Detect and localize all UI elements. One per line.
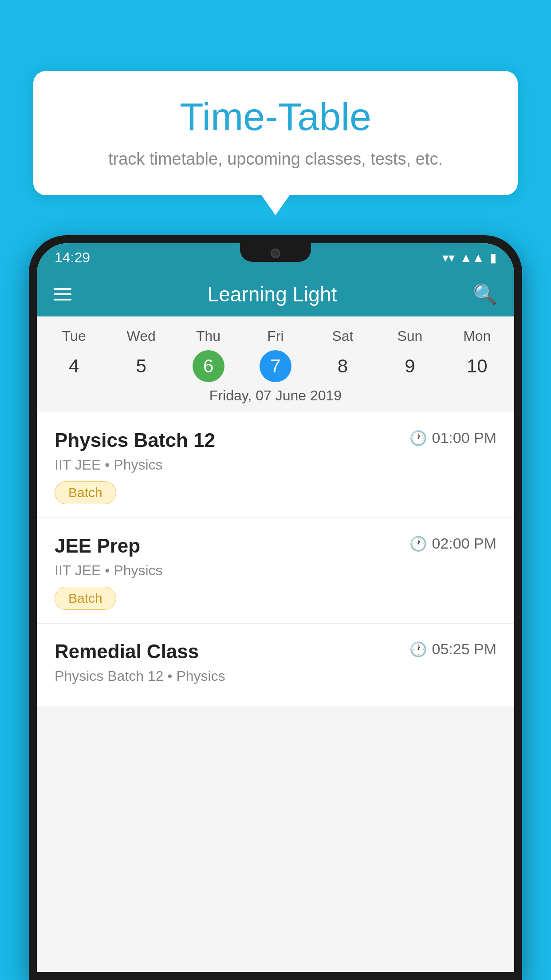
day-10[interactable]: 10 — [444, 350, 511, 382]
day-label-wed: Wed — [107, 324, 174, 348]
day-label-mon: Mon — [444, 324, 511, 348]
class-item-header-2: Remedial Class 🕐 05:25 PM — [55, 640, 496, 663]
tooltip-title: Time-Table — [60, 95, 491, 138]
battery-icon: ▮ — [490, 250, 496, 265]
clock-icon-1: 🕐 — [409, 535, 427, 552]
app-title: Learning Light — [85, 282, 460, 306]
search-icon[interactable]: 🔍 — [473, 283, 497, 306]
class-time-2: 🕐 05:25 PM — [409, 640, 496, 658]
day-4[interactable]: 4 — [40, 350, 107, 382]
class-name-2: Remedial Class — [55, 640, 199, 663]
hamburger-icon[interactable] — [54, 288, 71, 300]
class-meta-0: IIT JEE • Physics — [55, 457, 496, 473]
day-8[interactable]: 8 — [309, 350, 376, 382]
day-label-sun: Sun — [376, 324, 443, 348]
day-5[interactable]: 5 — [107, 350, 174, 382]
class-time-0: 🕐 01:00 PM — [409, 429, 496, 447]
tooltip-subtitle: track timetable, upcoming classes, tests… — [60, 150, 491, 169]
batch-tag-0: Batch — [55, 481, 116, 504]
wifi-icon: ▾▾ — [442, 250, 455, 265]
app-bar: Learning Light 🔍 — [37, 272, 514, 316]
day-label-fri: Fri — [242, 324, 309, 348]
phone-frame: 14:29 ▾▾ ▲▲ ▮ Learning Light 🔍 Tue — [29, 235, 522, 980]
class-time-1: 🕐 02:00 PM — [409, 535, 496, 552]
phone-camera — [271, 249, 280, 258]
class-list: Physics Batch 12 🕐 01:00 PM IIT JEE • Ph… — [37, 412, 514, 706]
day-7-selected[interactable]: 7 — [260, 350, 291, 382]
phone-notch — [240, 243, 311, 262]
day-label-sat: Sat — [309, 324, 376, 348]
signal-icon: ▲▲ — [460, 251, 484, 265]
clock-icon-2: 🕐 — [409, 641, 427, 658]
day-label-thu: Thu — [175, 324, 242, 348]
day-numbers: 4 5 6 7 8 9 10 — [37, 350, 514, 382]
calendar-strip: Tue Wed Thu Fri Sat Sun Mon 4 5 6 7 8 9 … — [37, 316, 514, 412]
status-icons: ▾▾ ▲▲ ▮ — [442, 250, 496, 265]
class-meta-2: Physics Batch 12 • Physics — [55, 668, 496, 684]
class-meta-1: IIT JEE • Physics — [55, 562, 496, 579]
phone-screen: 14:29 ▾▾ ▲▲ ▮ Learning Light 🔍 Tue — [37, 243, 514, 972]
tooltip-card: Time-Table track timetable, upcoming cla… — [33, 71, 518, 195]
day-labels: Tue Wed Thu Fri Sat Sun Mon — [37, 324, 514, 348]
day-9[interactable]: 9 — [376, 350, 443, 382]
batch-tag-1: Batch — [55, 587, 116, 610]
class-item-1[interactable]: JEE Prep 🕐 02:00 PM IIT JEE • Physics Ba… — [37, 518, 514, 624]
clock-icon-0: 🕐 — [409, 430, 427, 447]
class-item-header-1: JEE Prep 🕐 02:00 PM — [55, 535, 496, 557]
class-name-0: Physics Batch 12 — [55, 429, 215, 451]
day-label-tue: Tue — [40, 324, 107, 348]
status-time: 14:29 — [55, 249, 90, 266]
class-item-2[interactable]: Remedial Class 🕐 05:25 PM Physics Batch … — [37, 624, 514, 706]
class-name-1: JEE Prep — [55, 535, 140, 557]
class-item-0[interactable]: Physics Batch 12 🕐 01:00 PM IIT JEE • Ph… — [37, 412, 514, 518]
class-item-header-0: Physics Batch 12 🕐 01:00 PM — [55, 429, 496, 451]
day-6-today[interactable]: 6 — [193, 350, 224, 382]
calendar-date-label: Friday, 07 June 2019 — [37, 382, 514, 412]
